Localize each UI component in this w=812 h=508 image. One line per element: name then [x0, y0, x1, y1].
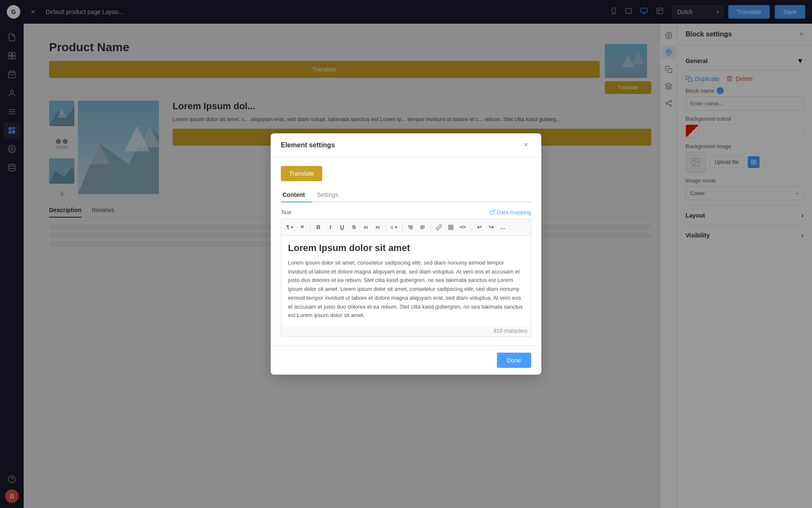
- editor-heading: Lorem Ipsum dolor sit amet: [288, 243, 524, 254]
- modal-translate-button[interactable]: Translate: [281, 166, 322, 181]
- toolbar-indent-left-btn[interactable]: [405, 222, 416, 233]
- modal-overlay[interactable]: Element settings × Translate Content Set…: [0, 0, 812, 508]
- toolbar-strikethrough-btn[interactable]: S: [348, 222, 359, 233]
- editor-area[interactable]: Lorem Ipsum dolor sit amet Lorem ipsum d…: [281, 235, 531, 328]
- editor-toolbar: ¶▼ ✕ B I U S x2 x2 ≡▼: [281, 219, 531, 235]
- toolbar-bold-btn[interactable]: B: [313, 222, 324, 233]
- toolbar-undo-btn[interactable]: ↩: [474, 222, 485, 233]
- data-mapping-label: Data mapping: [497, 209, 531, 215]
- modal-body: Translate Content Settings Text Data map…: [271, 157, 541, 346]
- modal-tabs: Content Settings: [281, 188, 531, 202]
- toolbar-clear-btn[interactable]: ✕: [296, 222, 307, 233]
- toolbar-table-btn[interactable]: [445, 222, 456, 233]
- toolbar-sep-5: [471, 223, 471, 232]
- done-button[interactable]: Done: [497, 353, 531, 368]
- toolbar-sep-4: [431, 223, 431, 232]
- data-mapping-link[interactable]: Data mapping: [489, 209, 531, 215]
- toolbar-italic-btn[interactable]: I: [325, 222, 336, 233]
- toolbar-subscript-btn[interactable]: x2: [372, 222, 383, 233]
- toolbar-link-btn[interactable]: [433, 222, 444, 233]
- toolbar-superscript-btn[interactable]: x2: [360, 222, 371, 233]
- toolbar-code-btn[interactable]: </>: [457, 222, 468, 233]
- modal-tab-content[interactable]: Content: [281, 188, 312, 202]
- modal-header: Element settings ×: [271, 133, 541, 157]
- modal-footer: Done: [271, 345, 541, 375]
- toolbar-sep-2: [386, 223, 386, 232]
- toolbar-align-btn[interactable]: ≡▼: [389, 222, 400, 233]
- element-settings-modal: Element settings × Translate Content Set…: [271, 133, 541, 375]
- toolbar-paragraph-btn[interactable]: ¶▼: [285, 222, 296, 233]
- svg-rect-64: [449, 225, 453, 229]
- editor-body: Lorem ipsum dolor sit amet, consetetur s…: [288, 259, 524, 320]
- toolbar-more-btn[interactable]: …: [497, 222, 508, 233]
- modal-tab-settings[interactable]: Settings: [315, 188, 345, 202]
- modal-title: Element settings: [281, 141, 335, 149]
- toolbar-redo-btn[interactable]: ↪: [486, 222, 497, 233]
- svg-line-55: [492, 210, 494, 213]
- char-count: 619 characters: [281, 326, 531, 337]
- toolbar-underline-btn[interactable]: U: [337, 222, 348, 233]
- toolbar-indent-right-btn[interactable]: [417, 222, 428, 233]
- text-label-row: Text Data mapping: [281, 209, 531, 215]
- toolbar-sep-3: [402, 223, 403, 232]
- text-field-label: Text: [281, 209, 291, 215]
- modal-close-button[interactable]: ×: [521, 140, 531, 150]
- toolbar-sep-1: [310, 223, 310, 232]
